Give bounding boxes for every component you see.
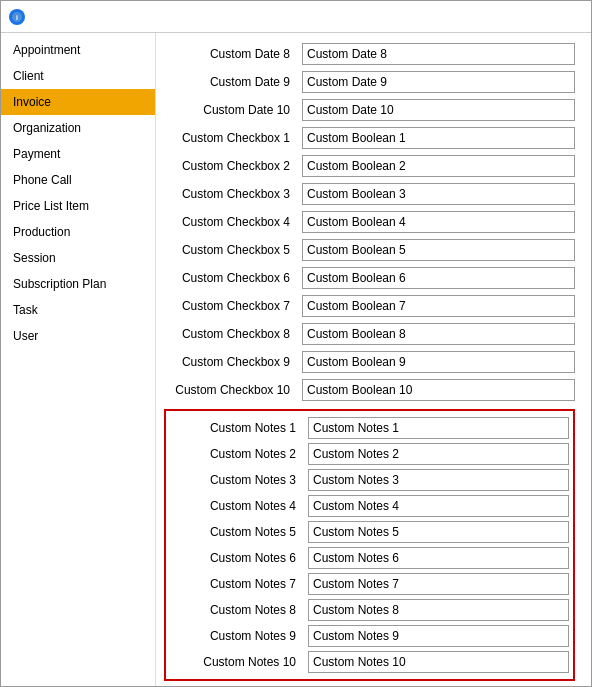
- form-row: Custom Date 8: [164, 41, 575, 67]
- sidebar-item-session[interactable]: Session: [1, 245, 155, 271]
- field-label: Custom Checkbox 8: [164, 327, 294, 341]
- notes-field-label: Custom Notes 10: [170, 655, 300, 669]
- form-row-notes: Custom Notes 9: [170, 623, 569, 649]
- maximize-button[interactable]: [491, 1, 537, 33]
- form-row: Custom Checkbox 2: [164, 153, 575, 179]
- field-input[interactable]: [302, 239, 575, 261]
- form-row-notes: Custom Notes 2: [170, 441, 569, 467]
- close-button[interactable]: [537, 1, 583, 33]
- field-input[interactable]: [302, 43, 575, 65]
- minimize-button[interactable]: [445, 1, 491, 33]
- notes-field-label: Custom Notes 4: [170, 499, 300, 513]
- form-row-notes: Custom Notes 8: [170, 597, 569, 623]
- main-area: Custom Date 8Custom Date 9Custom Date 10…: [156, 33, 591, 686]
- field-label: Custom Checkbox 9: [164, 355, 294, 369]
- notes-field-input[interactable]: [308, 443, 569, 465]
- notes-field-input[interactable]: [308, 599, 569, 621]
- notes-field-label: Custom Notes 9: [170, 629, 300, 643]
- app-icon: i: [9, 9, 25, 25]
- sidebar-item-phone-call[interactable]: Phone Call: [1, 167, 155, 193]
- field-input[interactable]: [302, 295, 575, 317]
- field-input[interactable]: [302, 351, 575, 373]
- field-label: Custom Checkbox 10: [164, 383, 294, 397]
- field-label: Custom Checkbox 7: [164, 299, 294, 313]
- svg-text:i: i: [16, 14, 18, 21]
- sidebar: AppointmentClientInvoiceOrganizationPaym…: [1, 33, 156, 686]
- field-label: Custom Checkbox 4: [164, 215, 294, 229]
- form-row: Custom Checkbox 3: [164, 181, 575, 207]
- form-row: Custom Date 10: [164, 97, 575, 123]
- field-input[interactable]: [302, 267, 575, 289]
- form-row: Custom Checkbox 4: [164, 209, 575, 235]
- notes-field-label: Custom Notes 8: [170, 603, 300, 617]
- form-row: Custom Checkbox 7: [164, 293, 575, 319]
- notes-field-input[interactable]: [308, 495, 569, 517]
- scroll-container[interactable]: Custom Date 8Custom Date 9Custom Date 10…: [156, 33, 591, 686]
- field-input[interactable]: [302, 127, 575, 149]
- notes-field-label: Custom Notes 5: [170, 525, 300, 539]
- window: i AppointmentClientInvoiceOrganizationPa…: [0, 0, 592, 687]
- sidebar-item-appointment[interactable]: Appointment: [1, 37, 155, 63]
- form-row: Custom Checkbox 6: [164, 265, 575, 291]
- sidebar-item-production[interactable]: Production: [1, 219, 155, 245]
- sidebar-item-client[interactable]: Client: [1, 63, 155, 89]
- title-buttons: [445, 1, 583, 33]
- field-label: Custom Checkbox 3: [164, 187, 294, 201]
- field-input[interactable]: [302, 323, 575, 345]
- form-row: Custom Checkbox 8: [164, 321, 575, 347]
- form-row: Custom Checkbox 5: [164, 237, 575, 263]
- field-label: Custom Checkbox 1: [164, 131, 294, 145]
- field-input[interactable]: [302, 71, 575, 93]
- sidebar-item-price-list-item[interactable]: Price List Item: [1, 193, 155, 219]
- highlighted-notes-section: Custom Notes 1Custom Notes 2Custom Notes…: [164, 409, 575, 681]
- notes-field-label: Custom Notes 3: [170, 473, 300, 487]
- notes-field-input[interactable]: [308, 625, 569, 647]
- sidebar-item-invoice[interactable]: Invoice: [1, 89, 155, 115]
- title-bar: i: [1, 1, 591, 33]
- form-row-notes: Custom Notes 5: [170, 519, 569, 545]
- form-row: Custom Checkbox 9: [164, 349, 575, 375]
- notes-field-input[interactable]: [308, 521, 569, 543]
- form-row: Custom Checkbox 1: [164, 125, 575, 151]
- content-area: AppointmentClientInvoiceOrganizationPaym…: [1, 33, 591, 686]
- notes-field-label: Custom Notes 6: [170, 551, 300, 565]
- form-row-notes: Custom Notes 7: [170, 571, 569, 597]
- title-bar-left: i: [9, 9, 31, 25]
- notes-field-input[interactable]: [308, 417, 569, 439]
- field-label: Custom Checkbox 5: [164, 243, 294, 257]
- notes-field-input[interactable]: [308, 651, 569, 673]
- field-label: Custom Checkbox 6: [164, 271, 294, 285]
- sidebar-item-task[interactable]: Task: [1, 297, 155, 323]
- field-label: Custom Date 10: [164, 103, 294, 117]
- field-input[interactable]: [302, 155, 575, 177]
- notes-field-input[interactable]: [308, 469, 569, 491]
- form-row: Custom Date 9: [164, 69, 575, 95]
- form-row-notes: Custom Notes 6: [170, 545, 569, 571]
- form-row-notes: Custom Notes 10: [170, 649, 569, 675]
- sidebar-item-organization[interactable]: Organization: [1, 115, 155, 141]
- form-row: Custom Checkbox 10: [164, 377, 575, 403]
- form-row-notes: Custom Notes 4: [170, 493, 569, 519]
- field-label: Custom Date 9: [164, 75, 294, 89]
- field-input[interactable]: [302, 211, 575, 233]
- notes-field-input[interactable]: [308, 547, 569, 569]
- notes-field-label: Custom Notes 1: [170, 421, 300, 435]
- field-label: Custom Checkbox 2: [164, 159, 294, 173]
- field-input[interactable]: [302, 99, 575, 121]
- field-label: Custom Date 8: [164, 47, 294, 61]
- sidebar-item-payment[interactable]: Payment: [1, 141, 155, 167]
- form-grid: Custom Date 8Custom Date 9Custom Date 10…: [164, 41, 575, 681]
- notes-field-label: Custom Notes 7: [170, 577, 300, 591]
- form-row-notes: Custom Notes 1: [170, 415, 569, 441]
- field-input[interactable]: [302, 183, 575, 205]
- form-row-notes: Custom Notes 3: [170, 467, 569, 493]
- sidebar-item-subscription-plan[interactable]: Subscription Plan: [1, 271, 155, 297]
- field-input[interactable]: [302, 379, 575, 401]
- notes-field-label: Custom Notes 2: [170, 447, 300, 461]
- sidebar-item-user[interactable]: User: [1, 323, 155, 349]
- notes-field-input[interactable]: [308, 573, 569, 595]
